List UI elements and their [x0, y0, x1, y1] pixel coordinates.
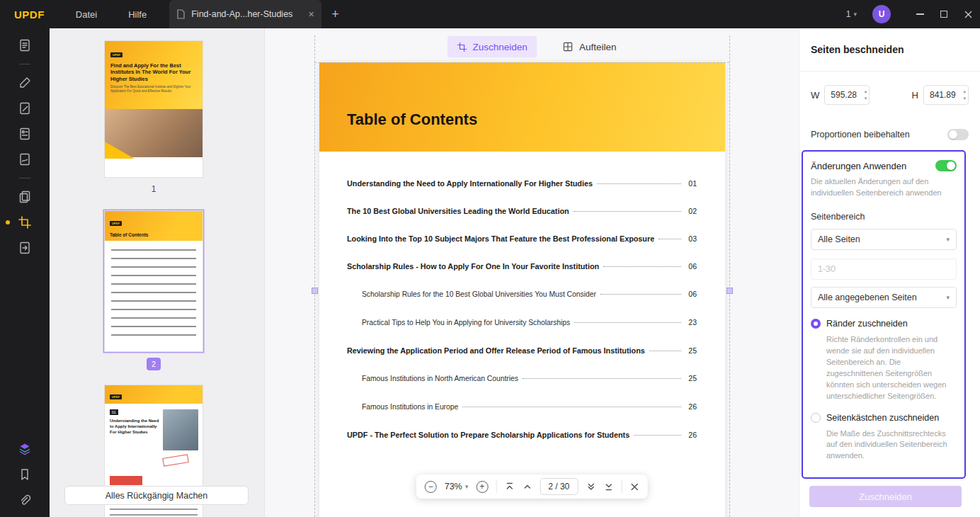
- attachment-tool[interactable]: [17, 493, 33, 507]
- thumb3-red-block: [110, 476, 142, 485]
- crop-handle-right[interactable]: [727, 288, 733, 294]
- crop-apply-button[interactable]: Zuschneiden: [809, 486, 962, 507]
- form-tool[interactable]: [17, 127, 33, 141]
- zoom-level: 73%: [445, 482, 462, 492]
- apply-changes-toggle[interactable]: [935, 160, 957, 171]
- bookmark-tool[interactable]: [17, 467, 33, 482]
- layers-tool[interactable]: [17, 442, 33, 456]
- stepper-up-icon[interactable]: ▴: [963, 87, 966, 94]
- crop-panel: Seiten beschneiden W ▴ ▾ H ▴: [799, 28, 980, 517]
- toc-entry: UPDF - The Perfect Solution to Prepare S…: [347, 430, 697, 440]
- stepper-down-icon[interactable]: ▾: [963, 94, 966, 101]
- previous-page-button[interactable]: [522, 482, 532, 492]
- thumbnail-panel: UPDF Find and Apply For the Best Institu…: [50, 28, 265, 517]
- toc-entry: Looking Into the Top 10 Subject Majors T…: [347, 234, 697, 244]
- tab-count-dropdown[interactable]: 1 ▾: [846, 9, 857, 19]
- edit-tool[interactable]: [17, 101, 33, 115]
- thumb2-banner: UPDF Table of Contents: [105, 211, 203, 241]
- stepper-up-icon[interactable]: ▴: [865, 87, 867, 94]
- thumb1-title: Find and Apply For the Best Institutes I…: [110, 62, 197, 82]
- thumb1-cover-photo: [105, 109, 203, 157]
- close-icon: [629, 482, 639, 492]
- crop-mode-tab[interactable]: Zuschneiden: [448, 36, 537, 57]
- zoom-level-dropdown[interactable]: 73% ▾: [445, 482, 469, 492]
- crop-margins-radio[interactable]: [811, 319, 821, 329]
- toc-entry: Scholarship Rules - How to Apply For One…: [347, 261, 697, 271]
- page-range-label: Seitenbereich: [811, 212, 957, 222]
- crop-guide-right: [729, 35, 730, 517]
- zoom-out-button[interactable]: −: [425, 481, 437, 493]
- page-range-select[interactable]: Alle Seiten ▾: [811, 229, 957, 250]
- dotted-leader: [659, 239, 681, 239]
- page-indicator[interactable]: 2 / 30: [540, 478, 578, 495]
- thumb2-toc-lines: [111, 249, 196, 341]
- convert-tool[interactable]: [17, 241, 33, 255]
- close-button[interactable]: [956, 0, 980, 28]
- toc-entry: Reviewing the Application Period and Off…: [347, 346, 697, 356]
- tab-count: 1: [846, 9, 851, 19]
- thumb1-subtitle: Discover The Best Educational Institute …: [110, 85, 197, 94]
- toc-entry: Scholarship Rules for the 10 Best Global…: [347, 289, 697, 300]
- page-thumbnail-1[interactable]: UPDF Find and Apply For the Best Institu…: [104, 40, 203, 178]
- undo-all-button[interactable]: Alles Rückgängig Machen: [64, 486, 249, 505]
- height-stepper[interactable]: ▴ ▾: [963, 87, 966, 101]
- next-page-button[interactable]: [586, 482, 596, 492]
- toc-entry: The 10 Best Global Universities Leading …: [347, 206, 697, 216]
- rail-divider: [19, 178, 30, 178]
- crop-pages-tool[interactable]: [17, 215, 33, 229]
- go-to-top-button[interactable]: [504, 482, 514, 492]
- width-stepper[interactable]: ▴ ▾: [865, 87, 867, 101]
- width-input[interactable]: [824, 85, 870, 105]
- chevron-double-down-icon: [586, 482, 596, 492]
- dotted-leader: [574, 322, 681, 323]
- minimize-icon: [916, 13, 924, 14]
- split-mode-tab[interactable]: Aufteilen: [562, 41, 617, 52]
- chevron-up-icon: [522, 482, 532, 492]
- organize-pages-tool[interactable]: [17, 190, 33, 204]
- read-mode-tool[interactable]: [17, 38, 33, 52]
- sign-tool[interactable]: [17, 152, 33, 166]
- maximize-button[interactable]: [932, 0, 956, 28]
- specified-pages-select[interactable]: Alle angegebenen Seiten ▾: [811, 287, 957, 308]
- caret-down-icon: ▾: [946, 236, 950, 243]
- keep-proportions-row: Proportionen beibehalten: [811, 129, 969, 140]
- page-thumbnail-2-selected[interactable]: UPDF Table of Contents: [104, 210, 203, 352]
- crop-handle-left[interactable]: [312, 288, 318, 294]
- go-to-bottom-icon: [603, 482, 613, 492]
- thumb3-photo: [163, 409, 198, 450]
- new-tab-button[interactable]: +: [331, 8, 339, 21]
- page-banner: Table of Contents: [319, 62, 725, 152]
- updf-logo: UPDF: [14, 8, 45, 21]
- split-icon: [562, 41, 574, 52]
- crop-boxes-radio[interactable]: [811, 413, 821, 423]
- go-to-top-icon: [504, 482, 514, 492]
- document-tab[interactable]: Find-and-Ap...her-Studies ✕: [169, 0, 321, 28]
- menu-datei[interactable]: Datei: [76, 9, 97, 20]
- zoom-in-button[interactable]: +: [476, 481, 488, 493]
- main-viewer: Zuschneiden Aufteilen Table of Contents …: [265, 28, 799, 517]
- bookmark-icon: [18, 467, 32, 482]
- active-tool-indicator: [6, 220, 10, 225]
- annotate-tool[interactable]: [17, 76, 33, 90]
- minimize-button[interactable]: [908, 0, 932, 28]
- keep-proportions-toggle[interactable]: [947, 129, 969, 140]
- keep-proportions-label: Proportionen beibehalten: [811, 130, 910, 140]
- crop-margins-label: Ränder zuschneiden: [826, 319, 908, 329]
- tab-title: Find-and-Ap...her-Studies: [191, 9, 302, 19]
- height-input[interactable]: [923, 85, 969, 105]
- close-toolbar-button[interactable]: [629, 482, 639, 492]
- go-to-bottom-button[interactable]: [603, 482, 613, 492]
- maximize-icon: [940, 11, 947, 18]
- thumb1-cover-banner: UPDF Find and Apply For the Best Institu…: [105, 41, 203, 109]
- crop-margins-description: Richte Ränderkontrollen ein und wende si…: [826, 334, 957, 402]
- edit-icon: [18, 101, 32, 115]
- apply-changes-description: Die aktuellen Änderungen auf den individ…: [811, 176, 957, 199]
- left-tool-rail: [0, 28, 50, 517]
- dotted-leader: [603, 266, 681, 267]
- crop-boxes-description: Die Maße des Zuschnittsrechtecks auf den…: [826, 428, 957, 462]
- page-range-input[interactable]: [811, 258, 957, 280]
- stepper-down-icon[interactable]: ▾: [865, 94, 867, 101]
- tab-close-icon[interactable]: ✕: [308, 10, 314, 19]
- avatar[interactable]: U: [872, 5, 891, 23]
- menu-hilfe[interactable]: Hilfe: [128, 9, 147, 20]
